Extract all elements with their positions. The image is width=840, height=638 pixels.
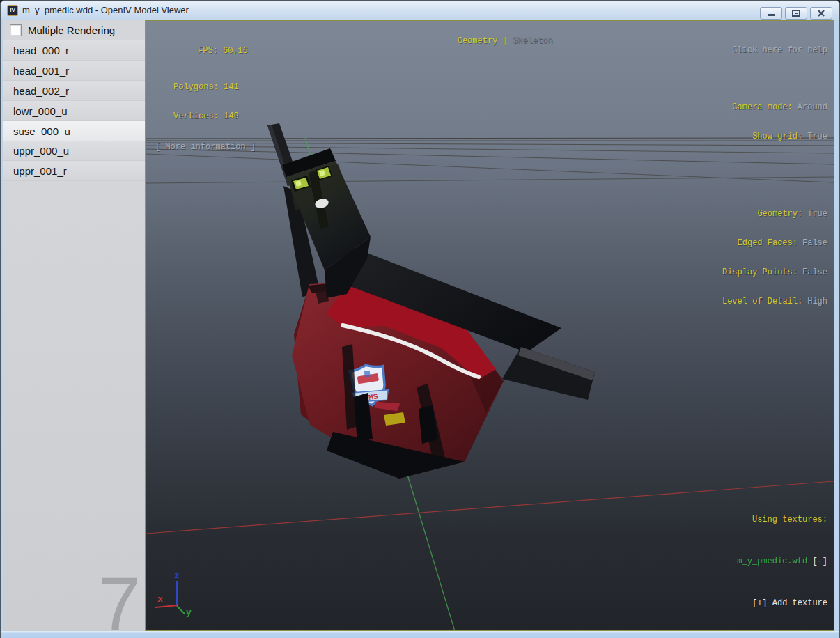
openiv-model-viewer-window: IV m_y_pmedic.wdd - OpenIV Model Viewer … xyxy=(0,0,840,638)
close-icon xyxy=(817,10,825,17)
window-border-bottom xyxy=(1,631,840,638)
window-border-left xyxy=(1,20,3,631)
list-item-head_000_r[interactable]: head_000_r xyxy=(3,40,145,61)
minimize-button[interactable] xyxy=(760,7,782,20)
help-link[interactable]: Click here for help xyxy=(722,45,827,55)
setting-geometry: Geometry:True xyxy=(722,209,827,219)
setting-show-grid: Show grid:True xyxy=(722,132,827,141)
textures-block: Using textures: m_y_pmedic.wtd [-] [+] A… xyxy=(697,495,827,628)
axis-gizmo: z x y xyxy=(155,570,192,618)
window-title: m_y_pmedic.wdd - OpenIV Model Viewer xyxy=(22,5,189,15)
add-texture-button[interactable]: [+] Add texture xyxy=(697,598,827,608)
list-item-head_002_r[interactable]: head_002_r xyxy=(3,81,145,101)
multiple-rendering-label: Multiple Rendering xyxy=(28,24,115,36)
model-list-sidebar: Multiple Rendering head_000_r head_001_r… xyxy=(3,20,145,631)
more-information-link[interactable]: [ More information ] xyxy=(155,142,256,152)
texture-entry: m_y_pmedic.wtd [-] xyxy=(697,547,827,576)
vertices-counter: Vertices: 149 xyxy=(173,111,256,121)
setting-camera-mode: Camera mode:Around xyxy=(722,102,827,112)
tab-separator: | xyxy=(503,36,508,46)
texture-filename: m_y_pmedic.wtd xyxy=(737,557,807,566)
titlebar[interactable]: IV m_y_pmedic.wdd - OpenIV Model Viewer xyxy=(1,1,840,20)
multiple-rendering-row: Multiple Rendering xyxy=(3,20,145,40)
close-button[interactable] xyxy=(810,7,832,20)
geometry-list: head_000_r head_001_r head_002_r lowr_00… xyxy=(3,40,145,181)
axis-y-label: y xyxy=(186,607,192,618)
setting-display-points: Display Points:False xyxy=(722,267,827,277)
model-ems-bag[interactable]: EMS xyxy=(267,123,595,478)
tab-geometry[interactable]: Geometry xyxy=(458,36,498,46)
setting-level-of-detail: Level of Detail:High xyxy=(722,297,827,306)
maximize-button[interactable] xyxy=(785,7,807,20)
minimize-icon xyxy=(767,10,775,17)
axis-z-label: z xyxy=(174,570,180,581)
using-textures-label: Using textures: xyxy=(697,515,827,524)
list-item-suse_000_u[interactable]: suse_000_u xyxy=(3,121,145,141)
remove-texture-button[interactable]: [-] xyxy=(812,557,827,566)
list-item-head_001_r[interactable]: head_001_r xyxy=(3,61,145,81)
settings-block: Click here for help Camera mode:Around S… xyxy=(722,26,827,345)
maximize-icon xyxy=(792,10,800,17)
app-icon: IV xyxy=(7,5,18,16)
polygons-counter: Polygons: 141 xyxy=(173,82,256,92)
list-item-uppr_001_r[interactable]: uppr_001_r xyxy=(3,161,145,181)
window-border-right xyxy=(834,20,840,631)
windows7-watermark: 7 xyxy=(98,566,141,631)
list-item-lowr_000_u[interactable]: lowr_000_u xyxy=(3,101,145,121)
multiple-rendering-checkbox[interactable] xyxy=(10,24,22,36)
list-item-uppr_000_u[interactable]: uppr_000_u xyxy=(3,141,145,161)
axis-x-label: x xyxy=(157,594,163,605)
tab-skeleton[interactable]: Skeleton xyxy=(513,36,553,46)
3d-viewport[interactable]: EMS xyxy=(146,20,834,631)
setting-edged-faces: Edged Faces:False xyxy=(722,238,827,248)
